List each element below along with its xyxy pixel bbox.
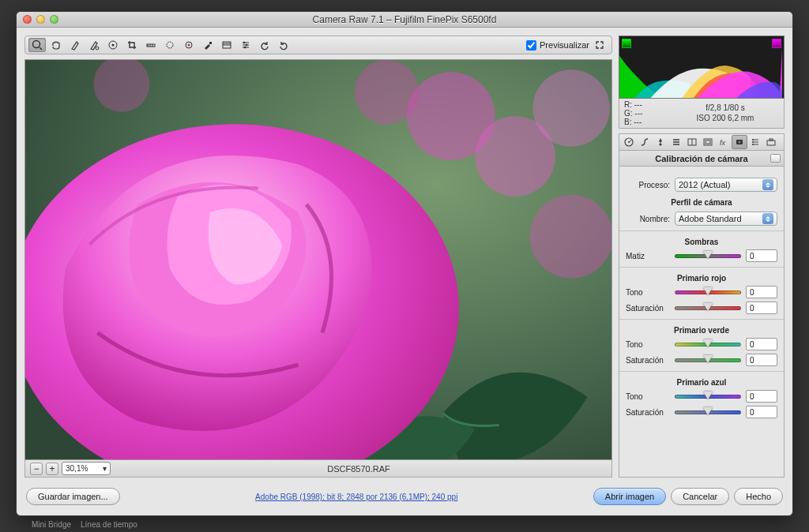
histogram[interactable]	[619, 36, 785, 99]
metadata-panel: R: --- G: --- B: --- f/2,8 1/80 s ISO 20…	[619, 99, 785, 129]
spot-removal-tool-icon[interactable]	[161, 38, 179, 52]
fullscreen-toggle-icon[interactable]	[591, 38, 608, 52]
svg-point-47	[752, 144, 754, 145]
tab-presets-icon[interactable]	[747, 135, 763, 149]
zoom-in-button[interactable]: +	[46, 463, 58, 475]
preferences-icon[interactable]	[237, 38, 254, 52]
process-select[interactable]: 2012 (Actual)	[675, 178, 777, 192]
readout-b: B: ---	[624, 118, 672, 126]
svg-line-1	[40, 47, 42, 50]
tab-split-icon[interactable]	[684, 135, 700, 149]
tab-basic-icon[interactable]	[621, 135, 637, 149]
primary-blue-header: Primario azul	[626, 378, 777, 387]
redeye-tool-icon[interactable]	[180, 38, 198, 52]
blue-hue-label: Tono	[626, 392, 670, 401]
profile-select[interactable]: Adobe Standard	[675, 212, 777, 226]
open-button[interactable]: Abrir imagen	[593, 488, 666, 505]
svg-point-27	[529, 195, 611, 279]
window-title: Camera Raw 7.1 – Fujifilm FinePix S6500f…	[17, 14, 792, 25]
bg-tab-timeline[interactable]: Línea de tiempo	[81, 520, 137, 529]
panel-tabs: fx	[619, 133, 785, 151]
primary-red-header: Primario rojo	[626, 274, 777, 283]
svg-point-11	[188, 44, 190, 47]
svg-rect-48	[767, 140, 775, 145]
svg-text:fx: fx	[720, 139, 726, 147]
workflow-options-link[interactable]: Adobe RGB (1998); bit 8; 2848 por 2136 (…	[255, 493, 457, 501]
blue-sat-label: Saturación	[626, 408, 670, 417]
exif-line2: ISO 200 6,2 mm	[672, 114, 779, 124]
profile-header: Perfil de cámara	[626, 198, 777, 207]
blue-sat-value[interactable]: 0	[746, 406, 777, 418]
readout-g: G: ---	[624, 109, 672, 118]
svg-point-20	[246, 44, 248, 47]
straighten-tool-icon[interactable]	[142, 38, 160, 52]
shadow-clip-warning-icon[interactable]	[622, 39, 631, 48]
tab-lens-icon[interactable]	[700, 135, 716, 149]
red-hue-slider[interactable]	[675, 290, 741, 294]
tab-detail-icon[interactable]	[653, 135, 668, 149]
tab-calibration-icon[interactable]	[732, 135, 747, 149]
crop-tool-icon[interactable]	[123, 38, 141, 52]
svg-point-26	[532, 69, 610, 147]
graduated-filter-tool-icon[interactable]	[218, 38, 235, 52]
svg-rect-38	[706, 140, 710, 144]
primary-green-header: Primario verde	[626, 326, 777, 335]
preview-checkbox[interactable]: Previsualizar	[526, 40, 589, 51]
svg-point-9	[167, 42, 173, 48]
image-preview[interactable]	[24, 59, 612, 460]
blue-hue-slider[interactable]	[675, 395, 741, 399]
done-button[interactable]: Hecho	[734, 488, 783, 505]
red-sat-value[interactable]: 0	[746, 302, 777, 314]
zoom-out-button[interactable]: −	[30, 463, 43, 475]
green-sat-slider[interactable]	[675, 358, 741, 362]
panel-menu-icon[interactable]	[770, 154, 781, 163]
button-bar: Guardar imagen... Adobe RGB (1998); bit …	[17, 485, 792, 515]
rotate-ccw-icon[interactable]	[256, 38, 273, 52]
shadows-hue-value[interactable]: 0	[746, 249, 777, 262]
bg-tab-minibridge[interactable]: Mini Bridge	[32, 520, 71, 529]
filename-bar: − + 30,1% ▾ DSCF8570.RAF	[24, 460, 612, 478]
zoom-select[interactable]: 30,1% ▾	[62, 462, 111, 475]
save-button[interactable]: Guardar imagen...	[26, 488, 120, 505]
tab-effects-icon[interactable]: fx	[716, 135, 732, 149]
svg-point-19	[243, 42, 246, 44]
panel-title: Calibración de cámara	[619, 151, 785, 167]
targeted-adjust-tool-icon[interactable]	[104, 38, 122, 52]
preview-image-content	[25, 60, 611, 460]
svg-point-41	[739, 141, 741, 144]
exif-line1: f/2,8 1/80 s	[672, 103, 779, 114]
green-hue-value[interactable]: 0	[746, 338, 777, 350]
svg-point-2	[96, 47, 99, 50]
adjustment-brush-tool-icon[interactable]	[199, 38, 216, 52]
red-hue-label: Tono	[626, 288, 670, 297]
toolbar: Previsualizar	[24, 36, 612, 54]
process-label: Proceso:	[626, 181, 670, 189]
blue-hue-value[interactable]: 0	[746, 390, 777, 403]
preview-label: Previsualizar	[540, 40, 589, 50]
highlight-clip-warning-icon[interactable]	[772, 39, 781, 48]
svg-rect-49	[769, 139, 773, 140]
green-sat-value[interactable]: 0	[746, 354, 777, 366]
rotate-cw-icon[interactable]	[275, 38, 292, 52]
preview-checkbox-input[interactable]	[526, 40, 536, 51]
red-sat-slider[interactable]	[675, 306, 741, 310]
name-label: Nombre:	[626, 215, 670, 223]
green-hue-slider[interactable]	[675, 343, 741, 347]
shadows-hue-slider[interactable]	[675, 254, 741, 258]
cancel-button[interactable]: Cancelar	[671, 488, 729, 505]
zoom-tool-icon[interactable]	[28, 38, 46, 52]
svg-point-25	[355, 60, 419, 124]
white-balance-tool-icon[interactable]	[66, 38, 84, 52]
readout-r: R: ---	[624, 100, 672, 109]
zoom-level: 30,1%	[66, 464, 88, 473]
tab-snapshots-icon[interactable]	[763, 135, 779, 149]
hand-tool-icon[interactable]	[47, 38, 65, 52]
camera-raw-window: Camera Raw 7.1 – Fujifilm FinePix S6500f…	[16, 11, 793, 516]
svg-rect-12	[209, 42, 212, 44]
red-hue-value[interactable]: 0	[746, 286, 777, 298]
blue-sat-slider[interactable]	[675, 410, 741, 414]
tab-hsl-icon[interactable]	[668, 135, 684, 149]
tab-curve-icon[interactable]	[637, 135, 653, 149]
color-sampler-tool-icon[interactable]	[85, 38, 103, 52]
svg-point-21	[244, 47, 246, 49]
